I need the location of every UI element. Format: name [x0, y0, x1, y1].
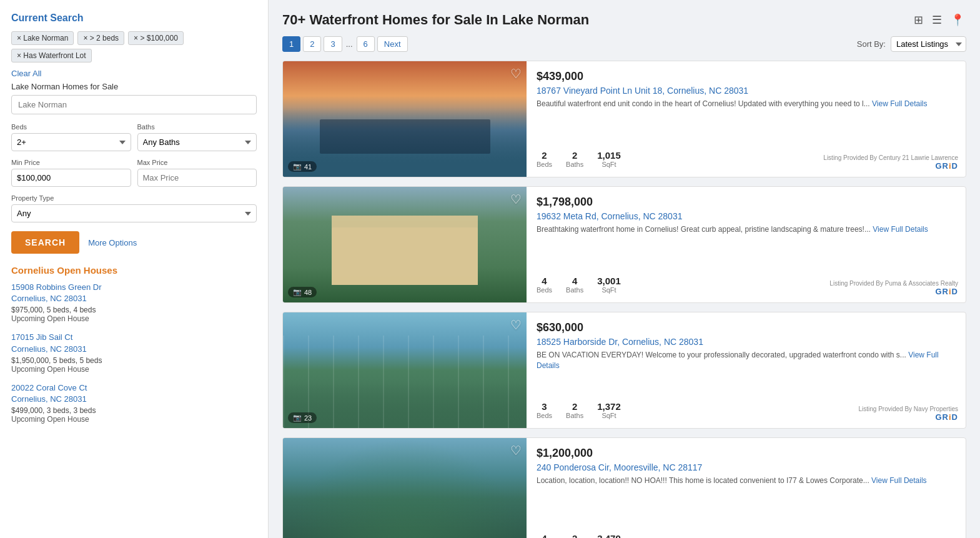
stat-baths-4: 2 Baths: [566, 533, 583, 538]
photo-count-2: 📷 48: [288, 287, 317, 297]
view-full-link-1[interactable]: View Full Details: [872, 99, 927, 108]
page-btn-6[interactable]: 6: [357, 36, 375, 52]
beds-select[interactable]: 2+ 1+ 3+ 4+: [11, 133, 131, 151]
view-full-link-2[interactable]: View Full Details: [873, 225, 928, 234]
filter-tag-location[interactable]: × Lake Norman: [11, 31, 74, 45]
sidebar-title: Current Search: [11, 12, 257, 24]
listing-card-2: ♡ 📷 48 $1,798,000 19632 Meta Rd, Corneli…: [282, 186, 966, 303]
max-price-label: Max Price: [137, 159, 257, 166]
listing-image-1: ♡ 📷 41: [283, 61, 527, 177]
filter-tag-waterfront[interactable]: × Has Waterfront Lot: [11, 49, 92, 62]
clear-all-link[interactable]: Clear All: [11, 69, 257, 78]
stat-beds-2: 4 Beds: [537, 276, 552, 294]
open-house-status-3: Upcoming Open House: [11, 415, 257, 424]
location-input[interactable]: [11, 95, 257, 114]
favorite-btn-4[interactable]: ♡: [510, 443, 522, 458]
baths-label: Baths: [137, 123, 257, 131]
header-icons: ⊞ ☰ 📍: [912, 11, 966, 29]
open-house-item-1: 15908 Robbins Green Dr Cornelius, NC 280…: [11, 282, 257, 323]
open-house-city-2[interactable]: Cornelius, NC 28031: [11, 344, 257, 355]
max-price-input[interactable]: [137, 169, 257, 187]
photo-count-1: 📷 41: [288, 161, 317, 172]
main-header: 70+ Waterfront Homes for Sale In Lake No…: [282, 11, 966, 29]
more-options-link[interactable]: More Options: [88, 238, 137, 247]
min-price-input[interactable]: [11, 169, 131, 187]
main-content: 70+ Waterfront Homes for Sale In Lake No…: [269, 0, 980, 538]
listing-provider-3: Listing Provided By Navy Properties GRiD: [858, 406, 958, 422]
min-price-label: Min Price: [11, 159, 131, 166]
favorite-btn-3[interactable]: ♡: [510, 317, 522, 332]
sort-select[interactable]: Latest Listings Price Low-High Price Hig…: [891, 36, 966, 52]
pagination: 1 2 3 ... 6 Next: [282, 36, 408, 52]
listing-price-4: $1,200,000: [537, 447, 956, 460]
open-house-address-3[interactable]: 20022 Coral Cove Ct: [11, 382, 257, 394]
filter-tag-price[interactable]: × > $100,000: [128, 31, 184, 45]
favorite-btn-1[interactable]: ♡: [510, 66, 522, 81]
stat-beds-1: 2 Beds: [537, 150, 552, 168]
listing-desc-2: Breathtaking waterfront home in Corneliu…: [537, 224, 956, 269]
listing-desc-3: BE ON VACATION EVERYDAY! Welcome to your…: [537, 350, 956, 395]
stat-sqft-1: 1,015 SqFt: [597, 150, 621, 168]
stat-sqft-2: 3,001 SqFt: [597, 276, 621, 294]
listing-card-3: ♡ 📷 23 $630,000 18525 Harborside Dr, Cor…: [282, 312, 966, 429]
page-dots: ...: [345, 39, 354, 49]
listing-address-3[interactable]: 18525 Harborside Dr, Cornelius, NC 28031: [537, 337, 956, 347]
sidebar: Current Search × Lake Norman × > 2 beds …: [0, 0, 269, 538]
listing-image-2: ♡ 📷 48: [283, 187, 527, 302]
stat-sqft-4: 3,479 SqFt: [597, 533, 621, 538]
listing-address-2[interactable]: 19632 Meta Rd, Cornelius, NC 28031: [537, 211, 956, 221]
favorite-btn-2[interactable]: ♡: [510, 192, 522, 207]
beds-label: Beds: [11, 123, 131, 131]
page-title: 70+ Waterfront Homes for Sale In Lake No…: [282, 12, 589, 28]
open-house-status-2: Upcoming Open House: [11, 365, 257, 374]
open-house-details-3: $499,000, 3 beds, 3 beds: [11, 406, 257, 415]
listing-info-2: $1,798,000 19632 Meta Rd, Cornelius, NC …: [527, 187, 966, 302]
page-btn-next[interactable]: Next: [377, 36, 408, 52]
page-btn-1[interactable]: 1: [282, 36, 300, 52]
stat-baths-3: 2 Baths: [566, 401, 583, 419]
listing-image-4: 240 Ponderosa Cir ♡ 📷 44: [283, 438, 527, 538]
listing-info-3: $630,000 18525 Harborside Dr, Cornelius,…: [527, 312, 966, 428]
open-house-city-1[interactable]: Cornelius, NC 28031: [11, 293, 257, 304]
listing-card-4: 240 Ponderosa Cir ♡ 📷 44 $1,200,000 240 …: [282, 437, 966, 538]
property-type-select[interactable]: Any Single Family Condo Townhouse Land: [11, 204, 257, 222]
stat-baths-2: 4 Baths: [566, 276, 583, 294]
open-house-address-2[interactable]: 17015 Jib Sail Ct: [11, 332, 257, 343]
listing-info-4: $1,200,000 240 Ponderosa Cir, Mooresvill…: [527, 438, 966, 538]
map-view-icon[interactable]: 📍: [949, 11, 966, 29]
filter-tag-beds[interactable]: × > 2 beds: [77, 31, 124, 45]
stat-beds-3: 3 Beds: [537, 401, 552, 419]
list-view-icon[interactable]: ☰: [930, 11, 944, 29]
open-house-item-3: 20022 Coral Cove Ct Cornelius, NC 28031 …: [11, 382, 257, 424]
view-full-link-4[interactable]: View Full Details: [871, 476, 926, 485]
page-btn-2[interactable]: 2: [303, 36, 321, 52]
open-house-details-2: $1,950,000, 5 beds, 5 beds: [11, 356, 257, 365]
listing-price-1: $439,000: [537, 70, 956, 83]
stat-baths-1: 2 Baths: [566, 150, 583, 168]
listing-image-3: ♡ 📷 23: [283, 312, 527, 428]
property-type-label: Property Type: [11, 194, 257, 202]
grid-view-icon[interactable]: ⊞: [912, 11, 925, 29]
filter-tags: × Lake Norman × > 2 beds × > $100,000 × …: [11, 31, 257, 62]
listing-card-1: ♡ 📷 41 $439,000 18767 Vineyard Point Ln …: [282, 61, 966, 177]
baths-select[interactable]: Any Baths 1+ 2+ 3+: [137, 133, 257, 151]
open-houses-title: Cornelius Open Houses: [11, 265, 257, 276]
listing-address-1[interactable]: 18767 Vineyard Point Ln Unit 18, Corneli…: [537, 86, 956, 96]
sort-label: Sort By:: [857, 39, 886, 49]
open-house-details-1: $975,000, 5 beds, 4 beds: [11, 306, 257, 314]
location-label: Lake Norman Homes for Sale: [11, 82, 257, 91]
pagination-row: 1 2 3 ... 6 Next Sort By: Latest Listing…: [282, 36, 966, 52]
listing-address-4[interactable]: 240 Ponderosa Cir, Mooresville, NC 28117: [537, 462, 956, 472]
stat-beds-4: 4 Beds: [537, 533, 552, 538]
search-button[interactable]: SEARCH: [11, 231, 79, 254]
stat-sqft-3: 1,372 SqFt: [597, 401, 621, 419]
listing-desc-4: Location, location, location!! NO HOA!!!…: [537, 476, 956, 527]
listing-price-3: $630,000: [537, 321, 956, 334]
open-house-address-1[interactable]: 15908 Robbins Green Dr: [11, 282, 257, 293]
open-house-city-3[interactable]: Cornelius, NC 28031: [11, 394, 257, 405]
open-house-status-1: Upcoming Open House: [11, 314, 257, 323]
photo-count-3: 📷 23: [288, 412, 317, 423]
listing-info-1: $439,000 18767 Vineyard Point Ln Unit 18…: [527, 61, 966, 177]
listing-desc-1: Beautiful waterfront end unit condo in t…: [537, 99, 956, 144]
page-btn-3[interactable]: 3: [324, 36, 342, 52]
